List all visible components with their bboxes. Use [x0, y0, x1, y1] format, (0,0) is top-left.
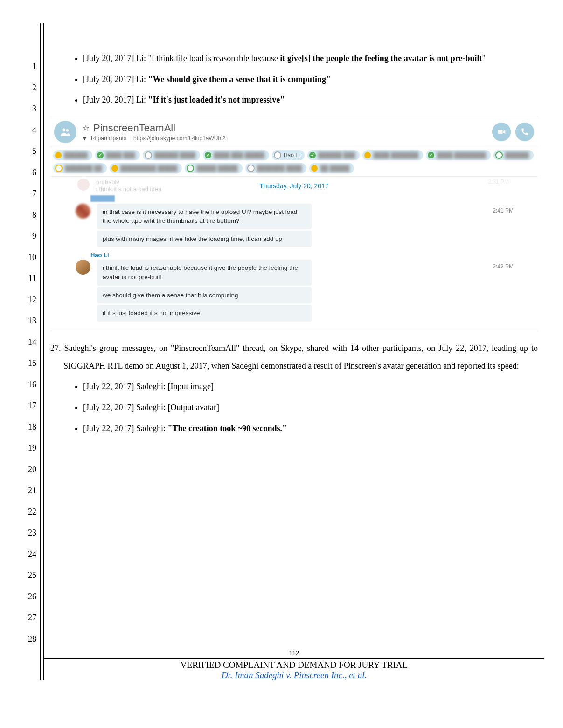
participant-pill[interactable]: ███████ ████ — [245, 163, 307, 173]
participant-name: █████ █████ — [196, 165, 237, 172]
footer-case-caption: Dr. Iman Sadeghi v. Pinscreen Inc., et a… — [44, 670, 544, 680]
line-number: 26 — [19, 586, 36, 608]
audio-call-button[interactable] — [515, 123, 534, 141]
group-title: PinscreenTeamAll — [93, 122, 175, 134]
page-number: 112 — [44, 649, 544, 657]
status-dot — [274, 151, 281, 159]
participant-name: ██████ ███ — [318, 152, 355, 158]
bullet-list-top: [July 20, 2017] Li: "I think file load i… — [50, 51, 538, 107]
participant-pill[interactable]: ✓████ ███ █████ — [203, 150, 269, 160]
line-numbers-gutter: 1234567891011121314151617181920212223242… — [19, 23, 40, 680]
status-dot: ✓ — [309, 152, 316, 158]
redacted-name-bar — [90, 195, 115, 202]
bullet-item: [July 20, 2017] Li: "I think file load i… — [83, 51, 538, 66]
line-number: 27 — [19, 607, 36, 629]
participant-name: █████████ █████ — [120, 165, 177, 172]
message-bubble: plus with many images, if we fake the lo… — [97, 231, 312, 247]
participant-name: ██████ — [505, 152, 529, 158]
line-number: 6 — [19, 162, 36, 184]
participant-name: ████ ███ █████ — [214, 152, 264, 158]
skype-header: ☆ PinscreenTeamAll ▼ 14 participants | h… — [50, 116, 538, 147]
participant-pill[interactable]: ██ █████ — [309, 163, 354, 173]
line-number: 8 — [19, 205, 36, 226]
line-number: 9 — [19, 226, 36, 247]
participant-pill[interactable]: ✓████ ███ — [95, 150, 140, 160]
bullet-item: [July 20, 2017] Li: "We should give them… — [83, 72, 538, 87]
page-footer: 112 VERIFIED COMPLAINT AND DEMAND FOR JU… — [44, 649, 544, 680]
join-link: https://join.skype.com/L4luq1aWUhl2 — [133, 135, 225, 142]
participant-pill[interactable]: ██████ — [53, 150, 92, 160]
status-dot: ✓ — [205, 152, 211, 158]
bullet-item: [July 22, 2017] Sadeghi: "The creation t… — [83, 421, 538, 436]
chat-body: probably i think it s not a bad idea 2:3… — [50, 176, 538, 331]
paragraph-27: 27. Sadeghi's group messages, on "Pinscr… — [50, 340, 538, 375]
avatar-icon — [76, 204, 90, 219]
participants-row: ██████✓████ █████████ ████✓████ ███ ████… — [50, 147, 538, 176]
line-number: 23 — [19, 522, 36, 544]
participant-pill[interactable]: █████████ █████ — [110, 163, 182, 173]
participant-name: ███████ ████ — [257, 165, 302, 172]
participant-name: ████ ███ — [106, 152, 135, 158]
bullet-item: [July 20, 2017] Li: "If it's just loaded… — [83, 93, 538, 107]
status-dot: ✓ — [428, 152, 434, 158]
line-number: 20 — [19, 459, 36, 481]
svg-point-1 — [66, 129, 69, 131]
status-dot — [55, 165, 63, 172]
line-number: 7 — [19, 183, 36, 205]
participant-pill[interactable]: ██████ — [493, 150, 534, 160]
line-number: 1 — [19, 56, 36, 77]
date-divider: Thursday, July 20, 2017 — [56, 182, 532, 190]
footer-title: VERIFIED COMPLAINT AND DEMAND FOR JURY T… — [44, 660, 544, 670]
status-dot — [311, 165, 318, 172]
participant-pill[interactable]: ✓████ ████████ — [426, 150, 490, 160]
status-dot — [111, 165, 118, 172]
line-number: 24 — [19, 544, 36, 565]
status-dot — [55, 152, 62, 158]
skype-screenshot: ☆ PinscreenTeamAll ▼ 14 participants | h… — [50, 116, 538, 331]
status-dot — [247, 165, 255, 172]
chat-message: in that case is it necessary to have the… — [56, 204, 532, 247]
avatar-icon — [76, 260, 90, 275]
line-number: 25 — [19, 565, 36, 586]
participant-pill[interactable]: ████ ███████ — [362, 150, 423, 160]
participant-pill[interactable]: Hao Li — [272, 150, 305, 160]
line-number: 19 — [19, 438, 36, 459]
participant-pill[interactable]: ✓██████ ███ — [307, 150, 360, 160]
participant-pill[interactable]: █████ █████ — [185, 163, 242, 173]
participant-name: Hao Li — [284, 152, 300, 158]
svg-point-0 — [63, 128, 66, 131]
participants-count: 14 participants — [90, 135, 126, 142]
status-dot — [145, 151, 152, 159]
bullet-list-bottom: [July 22, 2017] Sadeghi: [Input image][J… — [50, 379, 538, 435]
line-number: 5 — [19, 141, 36, 162]
message-time: 2:41 PM — [493, 204, 532, 214]
video-call-button[interactable] — [492, 123, 511, 141]
bullet-item: [July 22, 2017] Sadeghi: [Output avatar] — [83, 400, 538, 415]
line-number: 18 — [19, 417, 36, 438]
line-number: 4 — [19, 120, 36, 141]
line-number: 21 — [19, 480, 36, 501]
line-number: 14 — [19, 332, 36, 353]
line-number: 3 — [19, 98, 36, 120]
status-dot — [187, 165, 194, 172]
line-number: 12 — [19, 289, 36, 311]
participant-name: ████ ███████ — [373, 152, 418, 158]
message-bubble: i think file load is reasonable because … — [97, 260, 312, 285]
participant-pill[interactable]: ██████ ████ — [143, 150, 200, 160]
line-number: 2 — [19, 77, 36, 99]
participant-name: ███████ ██ — [65, 165, 102, 172]
message-bubble: we should give them a sense that it is c… — [97, 287, 312, 304]
group-avatar-icon — [54, 121, 76, 143]
message-time: 2:42 PM — [493, 260, 532, 270]
vertical-rule-left — [40, 23, 41, 680]
line-number: 22 — [19, 501, 36, 523]
participant-name: ██████ — [64, 152, 88, 158]
message-bubble: if it s just loaded it s not impressive — [97, 305, 312, 322]
sender-name: Hao Li — [90, 252, 532, 259]
chat-message: i think file load is reasonable because … — [56, 260, 532, 321]
participant-pill[interactable]: ███████ ██ — [53, 163, 107, 173]
status-dot — [364, 152, 371, 158]
line-number: 17 — [19, 395, 36, 417]
page-content: [July 20, 2017] Li: "I think file load i… — [44, 23, 544, 680]
line-number: 15 — [19, 353, 36, 374]
